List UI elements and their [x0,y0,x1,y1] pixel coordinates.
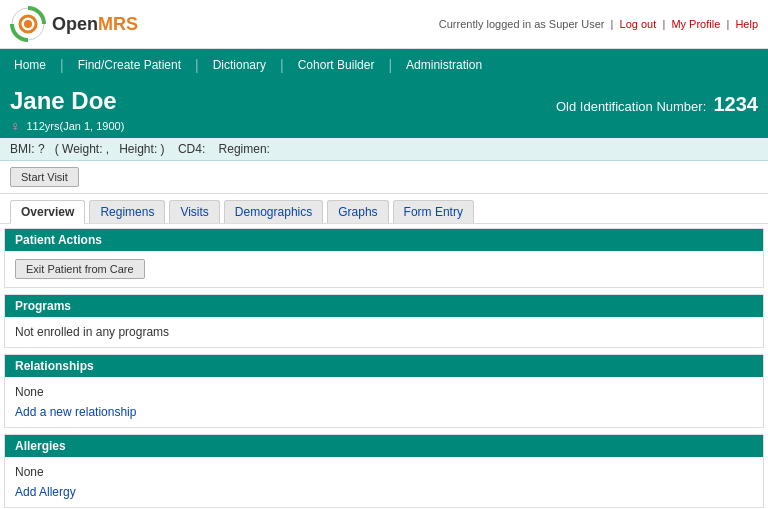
nav-home[interactable]: Home [0,49,60,81]
height-label: Height: ) [119,142,164,156]
logo-open: Open [52,14,98,34]
nav-administration[interactable]: Administration [392,49,496,81]
cd4-label: CD4: [178,142,205,156]
weight-label: ( Weight: , [55,142,109,156]
patient-tabs: Overview Regimens Visits Demographics Gr… [0,194,768,224]
patient-name: Jane Doe [10,87,117,115]
regimen-label: Regimen: [219,142,270,156]
start-visit-row: Start Visit [0,161,768,194]
nav-cohort[interactable]: Cohort Builder [284,49,389,81]
tab-form-entry[interactable]: Form Entry [393,200,474,223]
logout-link[interactable]: Log out [620,18,657,30]
patient-id-area: Old Identification Number: 1234 [556,93,758,116]
patient-header: Jane Doe Old Identification Number: 1234… [0,81,768,138]
relationships-content: None [15,385,753,399]
patient-actions-header: Patient Actions [5,229,763,251]
tab-visits[interactable]: Visits [169,200,219,223]
tab-regimens[interactable]: Regimens [89,200,165,223]
logo-text: OpenMRS [52,14,138,35]
gender-icon: ♀ [10,118,21,134]
patient-age-dob: 112yrs(Jan 1, 1900) [27,120,125,132]
allergies-header: Allergies [5,435,763,457]
bmi-label: BMI: ? [10,142,45,156]
tab-demographics[interactable]: Demographics [224,200,323,223]
relationships-section: Relationships None Add a new relationshi… [4,354,764,428]
patient-id-label: Old Identification Number: [556,99,706,114]
patient-id-number: 1234 [714,93,759,115]
patient-actions-section: Patient Actions Exit Patient from Care [4,228,764,288]
logo-mrs: MRS [98,14,138,34]
add-relationship-link[interactable]: Add a new relationship [15,405,136,419]
allergies-content: None [15,465,753,479]
patient-actions-body: Exit Patient from Care [5,251,763,287]
relationships-header: Relationships [5,355,763,377]
main-content: Patient Actions Exit Patient from Care P… [0,224,768,509]
programs-header: Programs [5,295,763,317]
relationships-body: None Add a new relationship [5,377,763,427]
header-user-info: Currently logged in as Super User | Log … [439,18,758,30]
logo-area: OpenMRS [10,6,138,42]
page-header: OpenMRS Currently logged in as Super Use… [0,0,768,49]
nav-find-create[interactable]: Find/Create Patient [64,49,195,81]
programs-section: Programs Not enrolled in any programs [4,294,764,348]
start-visit-button[interactable]: Start Visit [10,167,79,187]
programs-body: Not enrolled in any programs [5,317,763,347]
help-link[interactable]: Help [735,18,758,30]
tab-overview[interactable]: Overview [10,200,85,224]
allergies-section: Allergies None Add Allergy [4,434,764,508]
allergies-body: None Add Allergy [5,457,763,507]
logo-icon [10,6,46,42]
add-allergy-link[interactable]: Add Allergy [15,485,76,499]
tab-graphs[interactable]: Graphs [327,200,388,223]
main-nav: Home | Find/Create Patient | Dictionary … [0,49,768,81]
my-profile-link[interactable]: My Profile [671,18,720,30]
exit-patient-button[interactable]: Exit Patient from Care [15,259,145,279]
nav-dictionary[interactable]: Dictionary [199,49,280,81]
vitals-bar: BMI: ? ( Weight: , Height: ) CD4: Regime… [0,138,768,161]
user-status-text: Currently logged in as Super User [439,18,605,30]
svg-point-2 [24,20,32,28]
programs-content: Not enrolled in any programs [15,325,753,339]
